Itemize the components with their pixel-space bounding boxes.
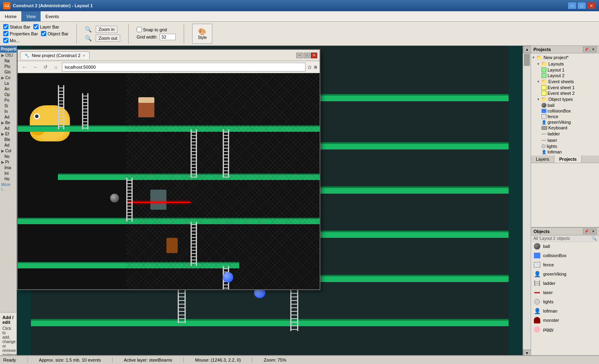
objects-panel: Objects 📌 ✕ All 'Layout 1' objects 🔍 bal… <box>531 227 599 364</box>
browser-home-button[interactable]: ⌂ <box>51 63 60 72</box>
obj-item-lights[interactable]: lights <box>531 297 599 307</box>
obj-item-collisionBox[interactable]: collisionBox <box>531 251 599 260</box>
panel-close-button[interactable]: ✕ <box>590 47 597 52</box>
tree-layout-2[interactable]: Layout 2 <box>532 73 598 78</box>
browser-close[interactable]: ✕ <box>311 53 317 58</box>
maximize-button[interactable]: □ <box>577 2 586 9</box>
tree-obj-fence[interactable]: fence <box>532 114 598 119</box>
layout-icon-2 <box>542 73 546 78</box>
browser-address-bar[interactable] <box>62 63 306 72</box>
projects-panel-header: Projects 📌 ✕ <box>531 46 599 53</box>
zoom-in-button[interactable]: Zoom in <box>96 26 117 33</box>
title-bar-left: C2 Construct 2 (Administrator) - Layout … <box>3 2 93 9</box>
browser-titlebar: 🔧 New project (Construct 2 × ─ □ ✕ <box>18 50 320 61</box>
browser-menu-icon[interactable]: ≡ <box>314 64 317 70</box>
event-sheets-label: Event sheets <box>548 79 574 84</box>
event-icon-2 <box>542 91 546 96</box>
browser-forward-button[interactable]: → <box>31 63 39 72</box>
title-bar: C2 Construct 2 (Administrator) - Layout … <box>0 0 599 11</box>
tab-projects[interactable]: Projects <box>554 155 582 163</box>
checkbox-snap-grid[interactable]: Snap to grid <box>137 27 167 32</box>
filter-icon[interactable]: 🔍 <box>592 236 597 241</box>
checkbox-more[interactable]: Mo... <box>3 38 19 43</box>
tab-layers[interactable]: Layers <box>531 155 554 163</box>
toolbar-row-1: Status Bar Layer Bar <box>3 24 68 29</box>
browser-minimize[interactable]: ─ <box>296 53 303 58</box>
toolbar-row-2: Properties Bar Object Bar <box>3 31 68 36</box>
tree-layouts[interactable]: ▼ 📁 Layouts <box>532 61 598 67</box>
obj-item-fence[interactable]: fence <box>531 260 599 270</box>
tree-events[interactable]: ▼ 📁 Event sheets <box>532 78 598 85</box>
grid-width-input[interactable] <box>160 34 176 40</box>
close-button[interactable]: ✕ <box>587 2 596 9</box>
prop-col: ▶Col <box>0 148 16 154</box>
tree-object-types[interactable]: ▼ 📁 Object types <box>532 96 598 102</box>
obj-lofiman-label: lofiman <box>548 149 562 154</box>
obj-item-ladder[interactable]: ladder <box>531 279 599 288</box>
minimize-button[interactable]: ─ <box>568 2 576 9</box>
prop-pl: Plu <box>0 64 16 70</box>
tree-event-2[interactable]: Event sheet 2 <box>532 90 598 96</box>
obj-item-greenViking[interactable]: 👤 greenViking <box>531 270 599 279</box>
checkbox-properties-bar[interactable]: Properties Bar <box>3 31 38 36</box>
obj-collision-label: collisionBox <box>548 108 571 113</box>
obj-icon-fence <box>533 261 541 268</box>
obj-name-ball: ball <box>543 244 550 249</box>
obj-viking-label: greenViking <box>548 120 571 125</box>
menu-item-view[interactable]: View <box>21 11 41 21</box>
properties-tab-label[interactable]: Properties <box>0 46 16 53</box>
obj-item-ball[interactable]: ball <box>531 242 599 251</box>
bookmark-icon[interactable]: ☆ <box>307 64 312 70</box>
prop-ef: ▶Ef <box>0 131 16 137</box>
prop-more[interactable]: More i... <box>0 182 16 192</box>
vertical-scrollbar[interactable]: ▲ ▼ <box>523 46 531 356</box>
tree-obj-lofiman[interactable]: 👤 lofiman <box>532 149 598 155</box>
checkbox-status-bar[interactable]: Status Bar <box>3 24 30 29</box>
style-icon: 🎨 <box>198 28 206 35</box>
tree-obj-laser[interactable]: — laser <box>532 137 598 143</box>
browser-tab[interactable]: 🔧 New project (Construct 2 × <box>20 51 90 59</box>
obj-tree-fence-icon <box>542 114 546 119</box>
tree-layout-1[interactable]: Layout 1 <box>532 67 598 73</box>
app-window: C2 Construct 2 (Administrator) - Layout … <box>0 0 599 364</box>
style-button[interactable]: 🎨 Style <box>192 24 212 44</box>
obj-item-laser[interactable]: laser <box>531 288 599 297</box>
layout-1-label: Layout 1 <box>548 67 564 72</box>
browser-refresh-button[interactable]: ↺ <box>41 63 50 72</box>
obj-icon-monster <box>533 317 541 324</box>
tree-obj-collision[interactable]: collisionBox <box>532 108 598 114</box>
panel-pin-button[interactable]: 📌 <box>583 47 589 52</box>
tree-event-1[interactable]: Event sheet 1 <box>532 85 598 90</box>
tree-obj-keyboard[interactable]: Keyboard <box>532 125 598 131</box>
status-divider-3 <box>183 357 184 363</box>
prop-add2: Ad <box>0 126 16 131</box>
objects-panel-controls: 📌 ✕ <box>583 229 597 234</box>
checkbox-object-bar[interactable]: Object Bar <box>41 31 68 36</box>
tree-obj-greenviking[interactable]: 👤 greenViking <box>532 119 598 125</box>
objects-panel-pin[interactable]: 📌 <box>583 229 589 234</box>
menu-bar: Home View Events <box>0 11 599 22</box>
checkbox-layer-bar[interactable]: Layer Bar <box>33 24 59 29</box>
tree-obj-lights[interactable]: lights <box>532 143 598 149</box>
browser-ladder-3 <box>191 129 197 178</box>
browser-content <box>18 73 320 289</box>
obj-item-monster[interactable]: monster <box>531 316 599 325</box>
tree-obj-ladder[interactable]: — ladder <box>532 131 598 137</box>
browser-tab-close[interactable]: × <box>83 53 85 58</box>
obj-item-lofiman[interactable]: 👤 lofiman <box>531 307 599 316</box>
objects-panel-close[interactable]: ✕ <box>590 229 597 234</box>
canvas-wrapper: ▲ ▼ ◄ ► 🔧 <box>17 46 531 364</box>
obj-item-piggy[interactable]: piggy <box>531 325 599 334</box>
tree-obj-ball[interactable]: ball <box>532 102 598 108</box>
tree-arrow-objects: ▼ <box>537 98 540 101</box>
browser-back-button[interactable]: ← <box>20 63 29 72</box>
zoom-out-button[interactable]: Zoom out <box>96 35 120 42</box>
zoom-in-row: 🔍 Zoom in <box>85 26 120 33</box>
tree-root[interactable]: ▼ 📁 New project* <box>532 54 598 61</box>
obj-name-collision: collisionBox <box>543 253 566 258</box>
obj-icon-piggy <box>533 326 541 333</box>
browser-maximize[interactable]: □ <box>304 53 310 58</box>
scroll-up-button[interactable]: ▲ <box>523 46 531 53</box>
menu-item-events[interactable]: Events <box>41 11 64 21</box>
menu-item-home[interactable]: Home <box>0 11 21 21</box>
